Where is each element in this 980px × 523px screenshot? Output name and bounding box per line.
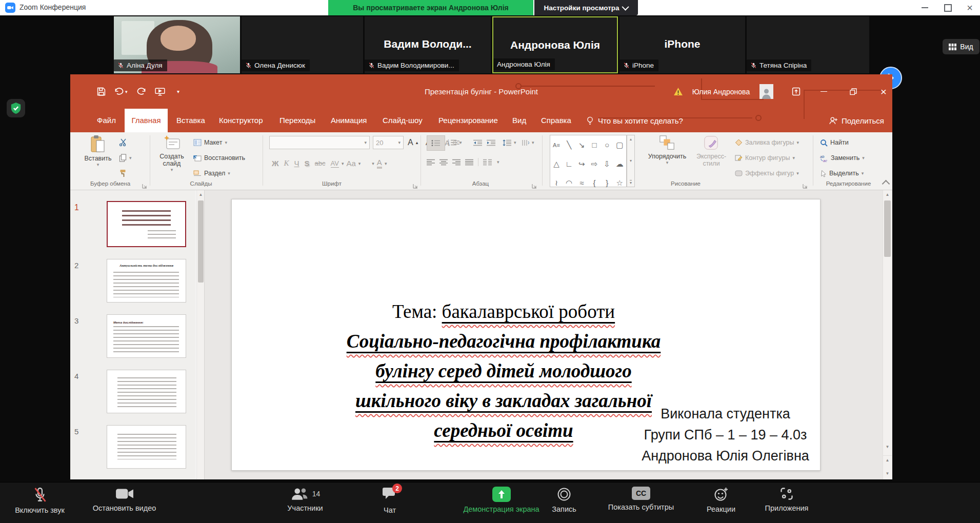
paragraph-dialog-launcher[interactable] (532, 182, 538, 188)
scroll-up-button[interactable]: ▲ (197, 190, 205, 198)
unmute-button[interactable]: Включить звук (10, 482, 69, 523)
reset-button[interactable]: Восстановить (193, 151, 245, 165)
shape-line[interactable]: ╲ (563, 135, 575, 154)
undo-button[interactable]: ▾ (114, 74, 128, 109)
tab-review[interactable]: Рецензирование (438, 109, 498, 132)
start-slideshow-button[interactable] (155, 74, 165, 109)
font-color-button[interactable]: А (377, 158, 382, 169)
shape-freeform[interactable]: ☁ (613, 154, 626, 173)
tab-view[interactable]: Вид (512, 109, 526, 132)
font-size-combo[interactable]: 20▾ (373, 136, 404, 149)
account-name[interactable]: Юлия Андронова (688, 74, 754, 109)
format-painter-button[interactable] (119, 166, 127, 180)
slide-thumbnail-1-selected[interactable] (107, 201, 186, 247)
shape-right-brace[interactable]: } (601, 173, 613, 192)
share-button[interactable]: Поделиться (829, 109, 884, 132)
strikethrough-button[interactable]: abc (315, 159, 326, 167)
scroll-down-button[interactable]: ▼ (883, 442, 892, 451)
chat-button[interactable]: 2 Чат (367, 482, 413, 523)
stop-video-button[interactable]: Остановить видео (82, 482, 167, 523)
slide-thumbnail-5[interactable] (107, 425, 186, 469)
view-layout-button[interactable]: Вид (943, 39, 979, 54)
customize-qat-button[interactable]: ▾ (177, 74, 179, 109)
new-slide-button[interactable]: Создать слайд ▾ (155, 135, 188, 172)
shape-rectangle[interactable]: □ (588, 135, 601, 154)
shape-star[interactable]: ☆ (613, 173, 626, 192)
text-shadow-button[interactable]: S (305, 159, 310, 168)
cut-button[interactable] (119, 135, 127, 150)
shape-rounded-rectangle[interactable]: ▢ (613, 135, 626, 154)
thumbnails-scrollbar[interactable]: ▲ (196, 190, 205, 479)
save-button[interactable] (97, 74, 106, 109)
shape-right-arrow[interactable]: ⇨ (588, 154, 601, 173)
change-case-button[interactable]: Aa (346, 159, 355, 168)
slide-page[interactable]: Тема: бакалаврської роботи Соціально-пед… (231, 199, 821, 471)
shape-triangle[interactable]: △ (550, 154, 563, 173)
slide-scrollbar[interactable]: ▲ ▼ ▲ ▼ (883, 190, 892, 479)
shape-outline-button[interactable]: Контур фигуры▾ (735, 151, 795, 165)
tab-design[interactable]: Конструктор (219, 109, 263, 132)
shape-elbow[interactable]: ∟ (563, 154, 575, 173)
maximize-button[interactable] (937, 0, 958, 15)
apps-button[interactable]: Приложения (754, 482, 819, 523)
clipboard-dialog-launcher[interactable] (142, 182, 148, 188)
font-name-combo[interactable]: ▾ (269, 136, 370, 149)
slide-thumbnail-2[interactable]: Актуальність теми дослідження (107, 259, 186, 303)
shape-effects-button[interactable]: Эффекты фигур▾ (735, 166, 799, 180)
participant-tile[interactable]: Аліна Дуля (114, 16, 240, 73)
slide-author-textbox[interactable]: Виконала студентка Групи СПб – 1 – 19 – … (632, 404, 819, 467)
bold-button[interactable]: Ж (272, 159, 279, 168)
shape-scribble[interactable]: ≀ (550, 173, 563, 192)
warning-icon[interactable] (671, 74, 685, 109)
shapes-gallery-scrollbar[interactable]: ▴ ▾ ▾ (627, 135, 635, 187)
align-left-button[interactable] (427, 159, 435, 166)
shape-arrow[interactable]: ↘ (575, 135, 588, 154)
tab-file[interactable]: Файл (97, 109, 116, 132)
participants-button[interactable]: 14 Участники (269, 482, 341, 523)
participant-tile-active-speaker[interactable]: Андронова Юлія Андронова Юлія (492, 16, 618, 73)
redo-button[interactable] (137, 74, 146, 109)
view-settings-button[interactable]: Настройки просмотра (534, 0, 638, 15)
tab-help[interactable]: Справка (541, 109, 571, 132)
shape-arc[interactable]: ◠ (563, 173, 575, 192)
shape-textbox[interactable]: A≡ (550, 135, 563, 154)
underline-button[interactable]: Ч (294, 159, 299, 168)
arrange-button[interactable]: Упорядочить ▾ (644, 135, 691, 165)
tab-home-active[interactable]: Главная (125, 109, 168, 132)
shape-oval[interactable]: ○ (601, 135, 613, 154)
character-spacing-button[interactable]: AV (331, 159, 339, 168)
tell-me-search[interactable]: Что вы хотите сделать? (586, 109, 683, 132)
ppt-close-button[interactable]: × (874, 74, 892, 109)
ribbon-display-options-button[interactable] (788, 74, 804, 109)
shape-curve[interactable]: ≈ (575, 173, 588, 192)
shape-down-arrow[interactable]: ⇩ (601, 154, 613, 173)
grow-font-button[interactable]: A▴ (408, 135, 418, 150)
increase-indent-button[interactable] (487, 135, 495, 150)
participant-tile[interactable]: Олена Денисюк (242, 16, 363, 73)
drawing-dialog-launcher[interactable] (803, 182, 809, 188)
paste-button[interactable]: Вставить ▾ (82, 135, 114, 167)
italic-button[interactable]: К (284, 159, 289, 168)
font-dialog-launcher[interactable] (413, 182, 419, 188)
shape-fill-button[interactable]: Заливка фигуры▾ (735, 135, 799, 150)
copy-button[interactable]: ▾ (119, 151, 132, 165)
columns-button[interactable] (483, 159, 492, 166)
slide-thumbnail-4[interactable] (107, 370, 186, 413)
align-right-button[interactable] (452, 159, 461, 166)
share-screen-button[interactable]: Демонстрация экрана (451, 482, 551, 523)
layout-button[interactable]: Макет▾ (193, 135, 227, 150)
tab-transitions[interactable]: Переходы (279, 109, 315, 132)
line-spacing-button[interactable]: ▾ (503, 135, 516, 150)
minimize-button[interactable] (914, 0, 935, 15)
slide-thumbnail-3[interactable]: Мета дослідження: (107, 314, 186, 358)
security-shield-button[interactable] (7, 99, 25, 117)
text-direction-button[interactable]: ▾ (522, 135, 534, 150)
tab-slideshow[interactable]: Слайд-шоу (383, 109, 423, 132)
justify-button[interactable] (465, 159, 473, 166)
participant-tile[interactable]: Вадим Володи... Вадим Володимирови... (365, 16, 491, 73)
reactions-button[interactable]: Реакции (697, 482, 745, 523)
collapse-ribbon-button[interactable] (883, 179, 889, 189)
select-button[interactable]: Выделить▾ (820, 166, 864, 180)
bullets-button[interactable] (427, 135, 445, 151)
tab-animations[interactable]: Анимация (331, 109, 367, 132)
